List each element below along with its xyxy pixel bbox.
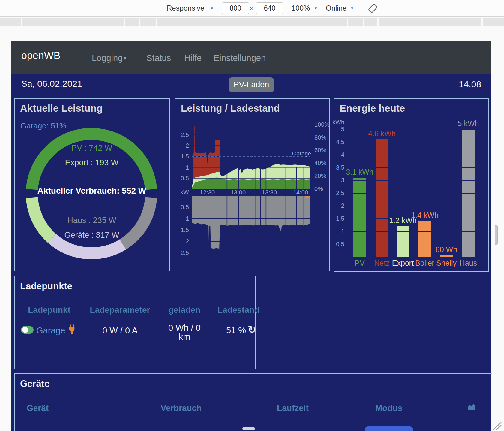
series-netz-bezug [194,126,220,178]
ladepunkte-header-1: Ladeparameter [84,305,156,315]
energie-bar-value-label: 1.4 kWh [404,211,446,220]
series-hausverbrauch [192,196,310,252]
kw-axis-label: kW [174,189,189,196]
x-axis-time-tick: 14:00 [289,189,313,196]
ruler-segment [364,18,377,26]
x-axis-time-tick: 12:30 [195,189,219,196]
ladepunkt-enable-toggle[interactable] [21,326,34,334]
viewport-height-input[interactable] [256,2,283,14]
rotate-device-icon[interactable] [367,3,379,14]
geraete-chart-icon[interactable] [467,403,476,411]
ruler-segment [22,18,124,26]
viewport-resize-handle-bottom[interactable] [242,427,255,430]
zoom-select[interactable]: 100% [292,4,310,12]
ladepunkte-header-0: Ladepunkt [13,305,85,315]
logging-caret-icon[interactable]: ▾ [124,55,126,62]
geraete-header-3: Modus [350,403,428,413]
card-geraete [14,373,492,431]
geraete-header-0: Gerät [27,403,49,413]
y-axis-kw-tick: 2.5 [172,131,189,138]
y-axis-kwh-tick: 3 [329,177,344,184]
dimensions-times-label: × [250,4,254,13]
y-axis-kw-tick: 2.5 [172,249,189,256]
energie-bar-export [397,226,410,257]
plug-icon [68,324,76,334]
y-axis-kwh-tick: 1.5 [329,215,344,222]
nav-item-hilfe[interactable]: Hilfe [184,53,202,63]
y-axis-kw-tick: 1.5 [172,153,189,160]
y-axis-kw-tick: 1 [172,215,189,222]
toggle-knob [22,327,28,333]
ruler-segment [483,18,504,26]
y-axis-kw-tick: 2 [172,142,189,149]
energie-bar-pv [353,178,366,257]
clock-label: 14:08 [459,79,481,89]
brand-logo[interactable]: openWB [21,50,60,61]
card-leistung-ladestand-title: Leistung / Ladestand [181,103,280,114]
zoom-caret-icon[interactable]: ▾ [315,5,317,11]
network-select[interactable]: Online [326,4,346,12]
y-axis-kwh-tick: 0.5 [329,241,344,248]
ruler-segment [379,18,482,26]
card-ladepunkte-title: Ladepunkte [20,281,72,292]
ladestand-value: 51 % [210,325,246,335]
donut-segment-Geräte [52,238,123,253]
y-axis-kwh-tick: 2.5 [329,190,344,197]
modus-button-partial[interactable] [365,426,413,431]
geraete-header-2: Laufzeit [254,403,332,413]
energie-bar-netz [376,139,388,257]
y-axis-kwh-tick: 2 [329,202,344,209]
card-aktuelle-leistung-title: Aktuelle Leistung [20,103,103,114]
donut-pv-label: PV : 742 W [32,143,152,153]
energie-bar-haus [462,129,475,257]
ruler-segment [140,18,156,26]
device-select[interactable]: Responsive [167,4,204,12]
geladen-value-line2: km [152,332,218,342]
network-caret-icon[interactable]: ▾ [351,5,353,11]
donut-haus-label: Haus : 235 W [32,216,152,225]
ruler-segment [0,18,21,26]
nav-item-logging[interactable]: Logging [92,53,123,63]
series-ladeleistung [305,196,311,198]
ruler-segment [348,18,363,26]
nav-item-einstellungen[interactable]: Einstellungen [214,53,266,63]
kwh-axis-label: kWh [331,119,344,126]
device-caret-icon[interactable]: ▾ [211,5,213,11]
ladepunkte-header-3: Ladestand [202,305,274,315]
soc-refresh-icon[interactable]: ↻ [248,324,256,336]
y-axis-kw-tick: 0.5 [172,175,189,182]
y-axis-kw-tick: 1 [172,164,189,171]
geraete-header-1: Verbrauch [142,403,220,413]
ruler-segment [125,18,139,26]
energie-bar-shelly [440,255,453,257]
ruler-segment [157,18,347,26]
card-geraete-title: Geräte [20,378,50,389]
energie-bar-category-label: Haus [447,259,489,267]
energie-bar-value-label: 3.1 kWh [339,168,381,176]
viewport-width-input[interactable] [222,2,249,14]
y-axis-kw-tick: 1.5 [172,227,189,234]
viewport-resize-handle-corner[interactable] [491,422,503,430]
y-axis-kwh-tick: 4.5 [329,139,344,146]
energie-bar-value-label: 5 kWh [447,119,489,128]
garage-soc-line-label: Garage [286,150,311,157]
pv-laden-mode-button[interactable]: PV-Laden [229,77,274,92]
donut-verbrauch-label: Aktueller Verbrauch: 552 W [23,186,161,196]
y-axis-kwh-tick: 4 [329,151,344,158]
y-axis-kw-tick: 2 [172,238,189,245]
viewport-resize-handle-right[interactable] [495,225,498,245]
devtools-toolbar: Responsive ▾ × 100% ▾ Online ▾ [0,0,504,17]
geladen-value-line1: 0 Wh / 0 [152,323,218,333]
y-axis-kwh-tick: 5 [329,126,344,133]
donut-geraete-label: Geräte : 317 W [32,231,152,240]
x-axis-time-tick: 13:00 [226,189,250,196]
date-label: Sa, 06.02.2021 [21,79,82,89]
card-energie-heute-title: Energie heute [340,103,405,114]
energie-bar-value-label: 4.6 kWh [361,129,403,138]
ladepunkt-garage-link[interactable]: Garage [36,326,65,336]
donut-export-label: Export : 193 W [32,158,152,167]
energie-bar-value-label: 60 Wh [425,245,467,254]
nav-item-status[interactable]: Status [146,53,171,63]
y-axis-kwh-tick: 3.5 [329,164,344,171]
y-axis-kwh-tick: 1 [329,228,344,235]
